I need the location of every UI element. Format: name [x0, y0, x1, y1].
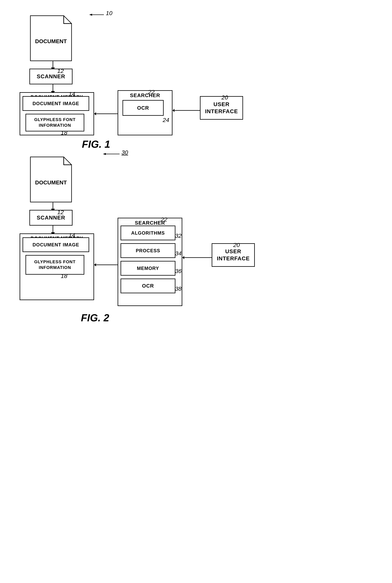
ref-22-fig2: 22 [161, 216, 167, 223]
doc-image-box-fig1: DOCUMENT IMAGE [22, 96, 89, 111]
svg-marker-32 [182, 256, 184, 259]
svg-marker-1 [89, 14, 92, 16]
searcher-label-fig1: SEARCHER [118, 92, 172, 99]
svg-line-20 [64, 157, 72, 165]
ref-18-fig1: 18 [61, 129, 67, 136]
fig2-diagram: 30 DOCUMENT SCANNER 12 DOCUMEN [12, 147, 384, 363]
ref-22-fig1: 22 [148, 89, 154, 95]
ref-32-fig2: 32 [175, 232, 182, 239]
memory-box-fig2: MEMORY [120, 261, 176, 275]
document-icon-fig1: DOCUMENT [28, 14, 74, 63]
svg-marker-15 [172, 109, 174, 112]
ref-18-fig2: 18 [61, 273, 67, 279]
ref-12-fig2: 12 [57, 209, 64, 216]
searcher-label-fig2: SEARCHER [118, 220, 182, 226]
ref-24-fig1: 24 [163, 117, 169, 123]
fig1-diagram: 10 DOCUMENT SCANNER 12 DOCUMEN [12, 8, 384, 141]
glyphless-box-fig1: GLYPHLESS FONT INFORMATION [26, 114, 84, 131]
ref-12-fig1: 12 [57, 68, 64, 74]
ref-34-fig2: 34 [175, 250, 182, 257]
ocr-box-fig2: OCR [120, 278, 176, 293]
svg-marker-29 [94, 263, 96, 266]
process-box-fig2: PROCESS [120, 243, 176, 258]
arrow-searcher-ui-fig2 [182, 254, 216, 261]
page: 10 DOCUMENT SCANNER 12 DOCUMEN [0, 0, 392, 583]
ref-20-fig1: 20 [222, 94, 228, 101]
algorithms-box-fig2: ALGORITHMS [120, 226, 176, 240]
glyphless-box-fig2: GLYPHLESS FONT INFORMATION [26, 255, 84, 275]
arrow-docmem-searcher-fig1 [94, 110, 122, 118]
arrow-ref30-fig2 [102, 148, 124, 156]
svg-marker-18 [103, 153, 106, 155]
svg-line-3 [64, 16, 72, 24]
ref-38-fig2: 38 [175, 285, 182, 292]
arrow-docmem-searcher-fig2 [94, 261, 122, 269]
ref-20-fig2: 20 [233, 242, 240, 248]
svg-text:DOCUMENT: DOCUMENT [35, 179, 67, 186]
document-icon-fig2: DOCUMENT [28, 155, 74, 204]
scanner-box-fig1: SCANNER [30, 69, 72, 84]
ocr-box-fig1: OCR [122, 100, 164, 116]
arrow-ref10-fig1 [88, 9, 108, 17]
ref-36-fig2: 36 [175, 268, 182, 274]
scanner-box-fig2: SCANNER [30, 210, 72, 226]
fig2-caption: FIG. 2 [51, 312, 139, 324]
svg-marker-12 [94, 112, 96, 115]
svg-text:DOCUMENT: DOCUMENT [35, 38, 67, 44]
arrow-searcher-ui-fig1 [172, 107, 204, 114]
doc-image-box-fig2: DOCUMENT IMAGE [22, 237, 89, 252]
